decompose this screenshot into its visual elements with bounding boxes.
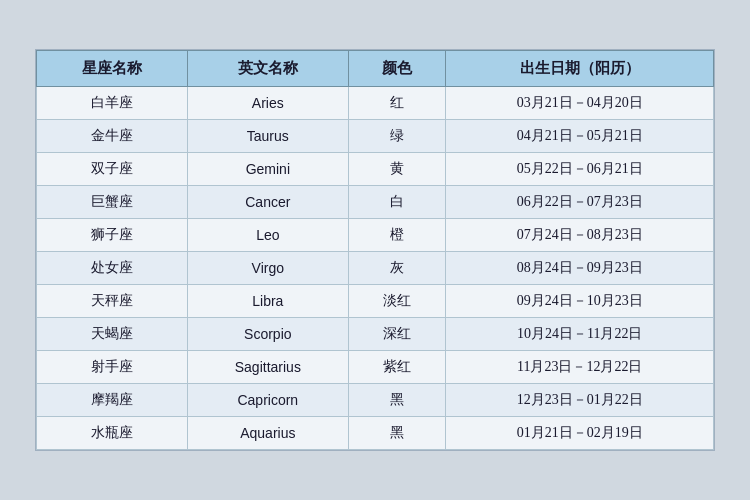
cell-dates: 11月23日－12月22日 (446, 351, 714, 384)
cell-color: 灰 (349, 252, 446, 285)
cell-chinese-name: 天蝎座 (37, 318, 188, 351)
table-header-row: 星座名称 英文名称 颜色 出生日期（阳历） (37, 51, 714, 87)
table-row: 金牛座Taurus绿04月21日－05月21日 (37, 120, 714, 153)
cell-english-name: Gemini (187, 153, 348, 186)
cell-dates: 12月23日－01月22日 (446, 384, 714, 417)
cell-chinese-name: 处女座 (37, 252, 188, 285)
cell-color: 深红 (349, 318, 446, 351)
header-chinese-name: 星座名称 (37, 51, 188, 87)
cell-color: 白 (349, 186, 446, 219)
table-row: 摩羯座Capricorn黑12月23日－01月22日 (37, 384, 714, 417)
cell-chinese-name: 巨蟹座 (37, 186, 188, 219)
header-english-name: 英文名称 (187, 51, 348, 87)
cell-dates: 05月22日－06月21日 (446, 153, 714, 186)
table-row: 天蝎座Scorpio深红10月24日－11月22日 (37, 318, 714, 351)
header-color: 颜色 (349, 51, 446, 87)
table-row: 双子座Gemini黄05月22日－06月21日 (37, 153, 714, 186)
table-row: 狮子座Leo橙07月24日－08月23日 (37, 219, 714, 252)
cell-color: 黑 (349, 384, 446, 417)
cell-dates: 08月24日－09月23日 (446, 252, 714, 285)
cell-color: 黑 (349, 417, 446, 450)
cell-english-name: Cancer (187, 186, 348, 219)
table-row: 射手座Sagittarius紫红11月23日－12月22日 (37, 351, 714, 384)
cell-chinese-name: 双子座 (37, 153, 188, 186)
header-dates: 出生日期（阳历） (446, 51, 714, 87)
cell-english-name: Aries (187, 87, 348, 120)
cell-color: 黄 (349, 153, 446, 186)
zodiac-table-container: 星座名称 英文名称 颜色 出生日期（阳历） 白羊座Aries红03月21日－04… (35, 49, 715, 451)
table-row: 白羊座Aries红03月21日－04月20日 (37, 87, 714, 120)
cell-english-name: Libra (187, 285, 348, 318)
cell-color: 橙 (349, 219, 446, 252)
cell-english-name: Sagittarius (187, 351, 348, 384)
zodiac-table: 星座名称 英文名称 颜色 出生日期（阳历） 白羊座Aries红03月21日－04… (36, 50, 714, 450)
cell-english-name: Leo (187, 219, 348, 252)
cell-color: 淡红 (349, 285, 446, 318)
cell-dates: 09月24日－10月23日 (446, 285, 714, 318)
cell-dates: 01月21日－02月19日 (446, 417, 714, 450)
table-row: 巨蟹座Cancer白06月22日－07月23日 (37, 186, 714, 219)
cell-english-name: Aquarius (187, 417, 348, 450)
cell-chinese-name: 摩羯座 (37, 384, 188, 417)
cell-dates: 10月24日－11月22日 (446, 318, 714, 351)
cell-chinese-name: 射手座 (37, 351, 188, 384)
table-row: 天秤座Libra淡红09月24日－10月23日 (37, 285, 714, 318)
cell-dates: 06月22日－07月23日 (446, 186, 714, 219)
cell-color: 紫红 (349, 351, 446, 384)
cell-dates: 07月24日－08月23日 (446, 219, 714, 252)
cell-english-name: Capricorn (187, 384, 348, 417)
cell-english-name: Scorpio (187, 318, 348, 351)
cell-color: 红 (349, 87, 446, 120)
cell-color: 绿 (349, 120, 446, 153)
cell-english-name: Virgo (187, 252, 348, 285)
cell-chinese-name: 狮子座 (37, 219, 188, 252)
table-row: 处女座Virgo灰08月24日－09月23日 (37, 252, 714, 285)
cell-chinese-name: 水瓶座 (37, 417, 188, 450)
table-row: 水瓶座Aquarius黑01月21日－02月19日 (37, 417, 714, 450)
cell-english-name: Taurus (187, 120, 348, 153)
cell-dates: 03月21日－04月20日 (446, 87, 714, 120)
cell-chinese-name: 白羊座 (37, 87, 188, 120)
cell-dates: 04月21日－05月21日 (446, 120, 714, 153)
cell-chinese-name: 金牛座 (37, 120, 188, 153)
cell-chinese-name: 天秤座 (37, 285, 188, 318)
